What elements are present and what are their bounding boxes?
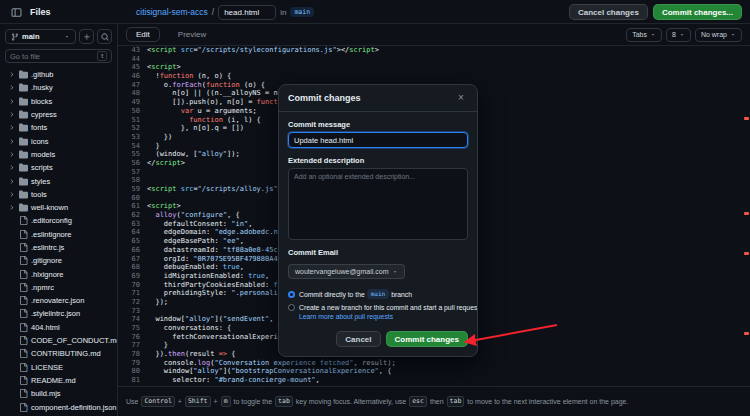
branch-selector[interactable]: main (5, 29, 76, 44)
repo-link[interactable]: citisignal-sem-accs (136, 7, 208, 17)
line-number: 43 (118, 46, 140, 55)
line-number: 65 (118, 237, 140, 246)
code-line: <script src="/scripts/styleconfiguration… (147, 46, 742, 55)
commit-message-input[interactable] (288, 132, 468, 148)
radio-new-branch[interactable]: Create a new branch for this commit and … (288, 304, 468, 311)
tree-item-label: README.md (31, 376, 76, 385)
line-number: 57 (118, 168, 140, 177)
tree-file-item[interactable]: .renovaterc.json (0, 294, 117, 307)
dialog-commit-button[interactable]: Commit changes (386, 331, 468, 347)
tree-folder-item[interactable]: cypress (0, 108, 117, 121)
tree-file-item[interactable]: README.md (0, 374, 117, 387)
tree-folder-item[interactable]: .husky (0, 81, 117, 94)
new-file-button[interactable] (79, 29, 94, 44)
tree-file-item[interactable]: .hlxignore (0, 267, 117, 280)
commit-email-select[interactable]: woutervangeluwe@gmail.com (288, 264, 405, 279)
tree-file-item[interactable]: LICENSE (0, 361, 117, 374)
tree-file-item[interactable]: CONTRIBUTING.md (0, 347, 117, 360)
tree-item-label: .editorconfig (31, 216, 72, 225)
tree-file-item[interactable]: .npmrc (0, 281, 117, 294)
extended-description-textarea[interactable] (288, 168, 468, 240)
commit-changes-button[interactable]: Commit changes... (653, 4, 742, 20)
scrollbar-marks[interactable] (742, 46, 750, 386)
tree-item-label: fonts (31, 123, 47, 132)
accessibility-hint: Use Control + Shift + m to toggle the ta… (118, 386, 750, 416)
chevron-down-icon (64, 34, 70, 40)
changed-line-mark (744, 332, 749, 335)
tree-item-label: 404.html (31, 323, 60, 332)
code-line: window["alloy"]("bootstrapConversational… (147, 367, 742, 376)
tree-file-item[interactable]: CODE_OF_CONDUCT.md (0, 334, 117, 347)
branch-chip: main (290, 7, 314, 17)
tree-item-label: .npmrc (31, 283, 54, 292)
line-number: 49 (118, 98, 140, 107)
dialog-cancel-button[interactable]: Cancel (336, 331, 380, 347)
file-icon (19, 323, 28, 332)
tree-item-label: CODE_OF_CONDUCT.md (31, 336, 117, 345)
kbd-control: Control (141, 396, 174, 407)
folder-icon (19, 70, 28, 79)
line-number: 78 (118, 350, 140, 359)
tree-item-label: blocks (31, 97, 52, 106)
filename-input[interactable] (218, 5, 276, 20)
radio-commit-direct[interactable]: Commit directly to the main branch (288, 289, 468, 299)
tree-item-label: .eslintignore (31, 230, 71, 239)
tree-item-label: build.mjs (31, 389, 61, 398)
file-icon (19, 376, 28, 385)
tree-folder-item[interactable]: icons (0, 134, 117, 147)
wrap-mode-select[interactable]: No wrap (695, 28, 742, 42)
file-icon (19, 403, 28, 412)
line-number: 44 (118, 55, 140, 64)
file-tree: .github.huskyblockscypressfontsiconsmode… (0, 68, 117, 414)
close-icon[interactable]: × (454, 91, 468, 105)
chevron-right-icon (8, 204, 15, 211)
search-button[interactable] (97, 29, 112, 44)
line-number: 56 (118, 159, 140, 168)
tree-folder-item[interactable]: fonts (0, 121, 117, 134)
files-panel-toggle[interactable] (8, 4, 24, 20)
extended-description-label: Extended description (288, 156, 468, 165)
file-icon (19, 283, 28, 292)
tree-file-item[interactable]: component-definition.json (0, 400, 117, 413)
tree-file-item[interactable]: 404.html (0, 321, 117, 334)
changed-line-mark (744, 117, 749, 120)
tree-folder-item[interactable]: styles (0, 174, 117, 187)
kbd-esc: esc (409, 396, 427, 407)
learn-more-link[interactable]: Learn more about pull requests (299, 313, 468, 320)
tree-folder-item[interactable]: scripts (0, 161, 117, 174)
tree-item-label: .husky (31, 83, 53, 92)
line-number: 50 (118, 107, 140, 116)
line-number: 71 (118, 289, 140, 298)
tree-file-item[interactable]: .editorconfig (0, 214, 117, 227)
line-number: 58 (118, 176, 140, 185)
tree-folder-item[interactable]: .github (0, 68, 117, 81)
indent-size-select[interactable]: 8 (666, 28, 691, 42)
tree-file-item[interactable]: .eslintrc.js (0, 241, 117, 254)
tree-folder-item[interactable]: well-known (0, 201, 117, 214)
radio-new-branch-label: Create a new branch for this commit and … (299, 304, 477, 311)
tree-folder-item[interactable]: tools (0, 188, 117, 201)
indent-mode-select[interactable]: Tabs (626, 28, 662, 42)
tab-preview[interactable]: Preview (168, 27, 216, 42)
line-number: 45 (118, 63, 140, 72)
tree-item-label: .gitignore (31, 256, 62, 265)
chevron-right-icon (8, 111, 15, 118)
line-number: 77 (118, 341, 140, 350)
tree-file-item[interactable]: build.mjs (0, 387, 117, 400)
goto-file-input[interactable]: Go to file t (5, 49, 112, 63)
branch-name: main (22, 32, 61, 41)
line-number: 51 (118, 116, 140, 125)
tree-file-item[interactable]: .eslintignore (0, 228, 117, 241)
tree-folder-item[interactable]: models (0, 148, 117, 161)
file-icon (19, 216, 28, 225)
code-line: <script> (147, 63, 742, 72)
tree-file-item[interactable]: .gitignore (0, 254, 117, 267)
tree-item-label: cypress (31, 110, 57, 119)
tree-file-item[interactable]: .stylelintrc.json (0, 307, 117, 320)
line-number: 76 (118, 333, 140, 342)
tree-item-label: models (31, 150, 55, 159)
dialog-header: Commit changes × (279, 85, 477, 112)
cancel-changes-button[interactable]: Cancel changes (569, 4, 648, 20)
tree-folder-item[interactable]: blocks (0, 95, 117, 108)
tab-edit[interactable]: Edit (126, 27, 160, 42)
